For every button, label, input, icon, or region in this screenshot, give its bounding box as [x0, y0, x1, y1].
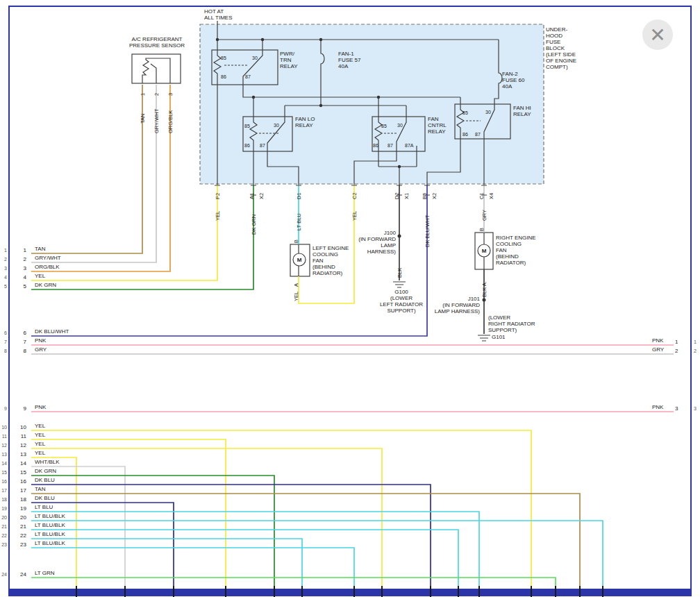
rotated-label: D2	[394, 192, 400, 199]
row-label-12: YEL	[35, 441, 45, 447]
row-num-outer-23: 23	[0, 541, 7, 548]
rotated-label: GRY	[481, 210, 488, 221]
row-label-18: DK BLU	[35, 495, 55, 501]
row-num-23: 23	[15, 541, 26, 548]
row-num-3: 3	[15, 265, 26, 271]
relay-pin-label: 85	[244, 124, 250, 128]
row-num-1: 1	[15, 247, 26, 253]
row-num-outer-17: 17	[0, 487, 7, 494]
row-num-10: 10	[15, 424, 26, 430]
relay-pin-label: 87	[260, 143, 265, 148]
row-num-6: 6	[15, 330, 26, 336]
row-num-outer-22: 22	[0, 532, 7, 539]
rotated-label: DK BLU/WHT	[424, 215, 431, 247]
row-num-outer-13: 13	[0, 451, 7, 457]
row-label-21: LT BLU/BLK	[35, 522, 65, 528]
rotated-label: GRY/WHT	[153, 108, 160, 133]
row-num-outer-12: 12	[0, 442, 7, 448]
row-num-outer-9: 9	[0, 405, 7, 412]
j101-label: J101 (IN FORWARD LAMP HARNESS)	[429, 296, 480, 314]
row-num-12: 12	[15, 442, 26, 448]
row-label-17: TAN	[35, 486, 45, 492]
row-num-outer-7: 7	[0, 339, 7, 345]
row-label-14: WHT/BLK	[35, 459, 60, 465]
row-num-20: 20	[15, 514, 26, 521]
relay-pin-label: 86	[221, 74, 226, 79]
row-label-3: ORG/BLK	[35, 264, 60, 270]
row-label-16: DK BLU	[35, 477, 55, 483]
row-num-24: 24	[15, 571, 26, 578]
hot-at-all-times-label: HOT AT ALL TIMES	[204, 8, 232, 21]
row-label-4: YEL	[35, 273, 45, 279]
row-num-outer-19: 19	[0, 505, 7, 512]
wire-row17-tan	[31, 494, 580, 589]
relay-pin-label: 30	[397, 123, 403, 128]
relay-pin-label: 30	[274, 123, 279, 128]
wire-row12-yel	[31, 448, 382, 589]
fan2-fuse-label: FAN-2 FUSE 60 40A	[502, 71, 524, 90]
rotated-label: 2	[153, 93, 160, 96]
row-num-outer-8: 8	[0, 348, 7, 354]
row-label-7: PNK	[35, 337, 46, 344]
wire-row23-lt-blu-blk	[31, 548, 354, 589]
relay-pin-label: 86	[462, 132, 468, 137]
sensor-internal-symbol	[142, 58, 170, 83]
rotated-label: BLK A.	[481, 281, 488, 297]
wire-row1-tan	[31, 85, 142, 253]
row-label-15: DK GRN	[35, 468, 56, 474]
row-num-17: 17	[15, 487, 26, 494]
fan-cntrl-relay-label: FAN CNTRL RELAY	[428, 116, 447, 135]
row-num-outer-24: 24	[0, 571, 7, 578]
row-num-21: 21	[15, 523, 26, 530]
j100-label: J100 (IN FORWARD LAMP HARNESS)	[347, 230, 396, 255]
row-num-22: 22	[15, 532, 26, 539]
row-num-outer-20: 20	[0, 514, 7, 521]
row-label-23: LT BLU/BLK	[35, 540, 65, 546]
row-label-right-3: PNK	[652, 404, 663, 410]
relay-pin-label: 87	[388, 143, 393, 148]
row-num-outer-11: 11	[0, 433, 7, 439]
wire-row3-org-blk	[31, 85, 170, 271]
rotated-label: C2	[351, 192, 358, 199]
row-num-outer-10: 10	[0, 424, 7, 430]
rotated-label: X2	[431, 193, 438, 199]
rotated-label: P2	[215, 193, 221, 199]
close-icon: ✕	[649, 24, 665, 47]
relay-pin-label: 30	[252, 56, 258, 60]
rotated-label: B	[478, 228, 485, 231]
relay-pin-label: 30	[485, 110, 491, 115]
row-num-15: 15	[15, 469, 26, 476]
row-label-5: DK GRN	[35, 282, 56, 288]
row-num-19: 19	[15, 505, 26, 512]
rotated-label: DK GRN	[251, 215, 257, 235]
rotated-label: YEL	[215, 211, 221, 221]
row-num-2: 2	[15, 256, 26, 262]
row-num-11: 11	[15, 433, 26, 439]
row-label-9: PNK	[35, 404, 46, 410]
row-label-1: TAN	[35, 246, 45, 252]
relay-pin-label: 87A	[405, 143, 414, 148]
pwr-trn-relay-label: PWR/ TRN RELAY	[280, 51, 298, 69]
wiring-diagram-viewer: M M 123TANGRY/WHTORG/BLKP2YELA1X2DK GRND…	[0, 0, 700, 597]
row-label-10: YEL	[35, 423, 45, 429]
row-num-outer-1: 1	[0, 247, 7, 253]
row-num-outer-16: 16	[0, 478, 7, 485]
row-num-right-outer-3: 3	[694, 405, 700, 412]
close-button[interactable]: ✕	[642, 19, 673, 50]
row-label-13: YEL	[35, 450, 45, 456]
row-num-9: 9	[15, 405, 26, 412]
rotated-label: TAN	[140, 114, 146, 124]
row-num-outer-15: 15	[0, 469, 7, 476]
rotated-label: YEL	[293, 292, 299, 301]
row-num-13: 13	[15, 451, 26, 457]
rotated-label: YEL	[351, 211, 358, 221]
relay-pin-label: 85	[221, 56, 226, 60]
rotated-label: X2	[258, 193, 265, 199]
ac-pressure-sensor-label: A/C REFRIGERANT PRESSURE SENSOR	[126, 36, 188, 49]
row-num-outer-5: 5	[0, 283, 7, 289]
wire-row24-lt-grn	[31, 578, 556, 589]
row-num-right-1: 1	[675, 339, 685, 345]
row-num-18: 18	[15, 496, 26, 503]
rotated-label: A1	[249, 193, 255, 199]
right-fan-motor-letter: M	[482, 248, 487, 254]
